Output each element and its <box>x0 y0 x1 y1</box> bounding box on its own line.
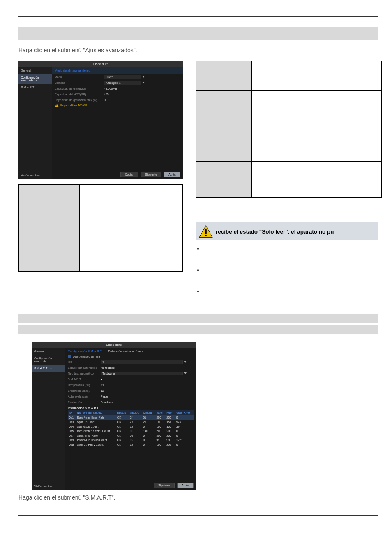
table-cell: Spin Up Retry Count <box>76 442 116 447</box>
tab-storage-mode[interactable]: Modo de almacenamiento <box>52 67 183 74</box>
save-button[interactable]: Siguiente <box>141 172 161 177</box>
sidebar-item-live[interactable]: Visión en directo <box>18 172 52 179</box>
use-disk-on-fail-checkbox[interactable] <box>68 355 71 358</box>
app-title: Disco duro <box>18 61 183 67</box>
table-cell: 21 <box>142 420 155 424</box>
warning-text: recibe el estado "Solo leer", el aparato… <box>216 229 334 235</box>
table-cell-label <box>19 217 80 242</box>
table-cell: 200 <box>155 415 166 420</box>
table-header: Valor <box>155 410 166 415</box>
select-autotest-type[interactable]: Test corto <box>101 372 183 375</box>
note-warning-block: recibe el estado "Solo leer", el aparato… <box>196 222 378 240</box>
table-row[interactable]: 0x5Reallocated Sector CountOK33140200200… <box>68 429 194 433</box>
table-cell: 0 <box>142 424 155 429</box>
sidebar-item-general[interactable]: General <box>32 348 65 355</box>
tab-bad-sector[interactable]: Detección sector erróneo <box>108 349 143 353</box>
table-cell: 0 <box>175 429 194 433</box>
table-cell: 32 <box>129 442 142 447</box>
app-screenshot-2: Disco duro General Configuración avanzad… <box>32 342 196 490</box>
sidebar-item-smart[interactable]: S.M.A.R.T. <box>18 84 52 91</box>
table-cell: 180 <box>155 420 166 424</box>
table-cell-label <box>19 199 80 217</box>
table-cell-value <box>80 217 183 242</box>
value: Cuota <box>106 76 113 79</box>
label-camera: Cámara <box>55 81 104 84</box>
value-smart[interactable]: ● <box>101 378 102 381</box>
sidebar: General Configuración avanzada S.M.A.R.T… <box>32 348 65 490</box>
table-row[interactable]: 0x1Raw Read Error RateOK2f512002000 <box>68 415 194 420</box>
value: Test corto <box>102 372 115 375</box>
table-cell: 1271 <box>175 438 194 442</box>
table-cell-value <box>80 242 183 272</box>
value: 1 <box>102 361 104 363</box>
select-camera[interactable]: Analógico 1 <box>104 81 141 85</box>
checkbox-label: Uso del disco en falla <box>73 355 100 358</box>
sidebar-item-smart[interactable]: S.M.A.R.T. <box>32 365 65 372</box>
label-smart: S.M.A.R.T. <box>68 378 101 381</box>
table-cell: 0 <box>142 438 155 442</box>
table-cell: 200 <box>155 429 166 433</box>
bottom-rule <box>18 515 378 516</box>
warning-text: Espacio libre 465 GB <box>60 104 88 107</box>
sidebar-item-live[interactable]: Visión en directo <box>32 483 65 490</box>
bullet-item <box>203 245 378 267</box>
left-params-table <box>18 184 183 272</box>
table-row[interactable]: 0x3Spin Up TimeOK2721180154975 <box>68 420 194 424</box>
table-cell: 200 <box>155 433 166 438</box>
sidebar-item-advanced[interactable]: Configuración avanzada <box>32 355 65 365</box>
value-temp: 31 <box>101 384 104 386</box>
table-header: Valor RAW <box>175 410 194 415</box>
value-rec-max: 0 <box>104 99 106 102</box>
back-button[interactable]: Atrás <box>164 172 180 177</box>
table-cell-label <box>196 162 252 181</box>
bullet-item <box>203 288 378 310</box>
save-button[interactable]: Siguiente <box>154 483 175 488</box>
section-header-bar-2a <box>18 314 378 323</box>
select-hd[interactable]: 1 <box>101 360 183 364</box>
table-header: ID <box>68 410 76 415</box>
sidebar-item-advanced[interactable]: Configuración avanzada <box>18 74 52 84</box>
warning-row: Espacio libre 465 GB <box>52 103 183 108</box>
table-cell: Spin Up Time <box>76 420 116 424</box>
warning-icon <box>55 104 59 107</box>
table-header: Estado <box>116 410 129 415</box>
right-params-table <box>196 61 382 198</box>
table-row[interactable]: 0xaSpin Up Retry CountOK3201002530 <box>68 442 194 447</box>
table-cell-label <box>196 61 252 74</box>
label-rec-max: Capacidad de grabación máx.(G) <box>55 99 104 102</box>
table-header: Umbral <box>142 410 155 415</box>
sidebar-item-general[interactable]: General <box>18 67 52 74</box>
table-row[interactable]: 0x9Power-On Hours CountOK32099991271 <box>68 438 194 442</box>
table-cell: 39 <box>175 424 194 429</box>
chevron-down-icon <box>50 368 52 369</box>
label-autotest-status: Estado test automático <box>68 366 101 369</box>
table-cell: 200 <box>165 429 175 433</box>
label-mode: Modo <box>55 76 104 79</box>
table-cell-value <box>252 141 382 162</box>
value-rec-capacity: 43,000MB <box>104 87 117 90</box>
value-autotest-status: No testado <box>101 366 115 369</box>
bullet-item <box>203 267 378 288</box>
label-eval: Evaluación: <box>68 401 101 404</box>
table-cell: 200 <box>165 433 175 438</box>
table-cell: Reallocated Sector Count <box>76 429 116 433</box>
back-button[interactable]: Atrás <box>177 483 194 488</box>
label-autotest-type: Tipo test automático <box>68 372 101 375</box>
table-cell: 0x7 <box>68 433 76 438</box>
copy-button[interactable]: Copiar <box>120 172 138 177</box>
table-row[interactable]: 0x7Seek Error RateOK2e02002000 <box>68 433 194 438</box>
tab-smart-config[interactable]: Configuración S.M.A.R.T. <box>68 349 102 353</box>
table-cell-value <box>80 185 183 199</box>
section-header-bar-1 <box>18 27 378 40</box>
table-cell: 27 <box>129 420 142 424</box>
select-mode[interactable]: Cuota <box>104 75 141 79</box>
table-cell: OK <box>116 442 129 447</box>
svg-rect-1 <box>205 229 207 234</box>
table-cell: 51 <box>142 415 155 420</box>
top-rule <box>18 16 378 17</box>
smart-attributes-table: IDNombre del atributoEstadoOpcio..Umbral… <box>68 410 194 447</box>
table-cell: 100 <box>155 424 166 429</box>
table-cell-value <box>252 74 382 91</box>
table-row[interactable]: 0x4Start/Stop CountOK32010010039 <box>68 424 194 429</box>
value-hdd-capacity: 465 <box>104 93 109 96</box>
